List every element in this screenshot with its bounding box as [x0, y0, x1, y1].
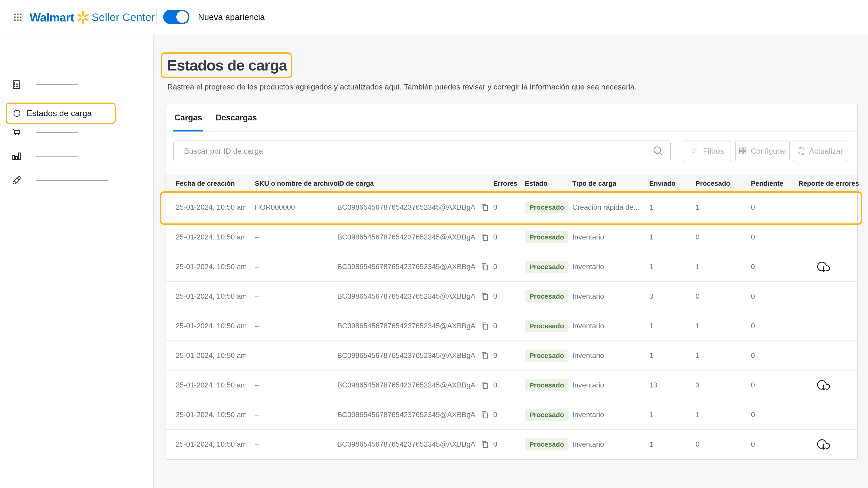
cell-pendiente: 0	[751, 203, 798, 212]
status-badge: Procesado	[525, 320, 568, 332]
configure-button-label: Configurar	[751, 147, 786, 156]
cell-id: BC09865456787654237652345@AXBBgA	[337, 439, 493, 450]
cell-errores: 0	[493, 263, 525, 271]
table-row[interactable]: 25-01-2024, 10:50 am -- BC09865456787654…	[165, 281, 857, 311]
cell-fecha: 25-01-2024, 10:50 am	[176, 292, 255, 300]
cell-id: BC09865456787654237652345@AXBBgA	[337, 262, 493, 272]
table-body: 25-01-2024, 10:50 am HOR000000 BC0986545…	[165, 193, 857, 459]
cell-tipo: Inventario	[572, 381, 649, 389]
table-row[interactable]: 25-01-2024, 10:50 am -- BC09865456787654…	[165, 222, 857, 252]
seller-center-wordmark: Seller Center	[92, 11, 155, 24]
cell-estado: Procesado	[525, 231, 572, 243]
sidebar-item-estados-de-carga[interactable]: Estados de carga	[6, 103, 116, 124]
cell-errores: 0	[493, 381, 525, 389]
cell-id: BC09865456787654237652345@AXBBgA	[337, 380, 493, 390]
copy-icon[interactable]	[480, 202, 489, 213]
tab-cargas[interactable]: Cargas	[174, 104, 203, 131]
cell-id: BC09865456787654237652345@AXBBgA	[337, 410, 493, 420]
download-report-icon[interactable]	[816, 260, 831, 273]
topbar: Walmart Seller Center Nueva apariencia	[0, 0, 868, 35]
status-badge: Procesado	[525, 201, 568, 214]
status-badge: Procesado	[525, 438, 568, 451]
walmart-wordmark: Walmart	[30, 11, 74, 24]
download-report-icon[interactable]	[816, 438, 831, 451]
upload-id: BC09865456787654237652345@AXBBgA	[337, 292, 475, 300]
copy-icon[interactable]	[480, 321, 489, 331]
sidebar-item-skeleton-1[interactable]	[0, 79, 153, 90]
refresh-button[interactable]: Actualizar	[793, 140, 847, 161]
cell-sku: --	[255, 292, 337, 300]
copy-icon[interactable]	[480, 380, 489, 390]
upload-id: BC09865456787654237652345@AXBBgA	[337, 322, 475, 330]
sidebar-item-skeleton-2[interactable]	[0, 127, 153, 138]
copy-icon[interactable]	[480, 410, 489, 420]
filter-icon	[691, 147, 700, 155]
column-header: Errores	[493, 180, 525, 187]
cell-enviado: 1	[649, 322, 695, 330]
cell-enviado: 1	[649, 233, 695, 241]
download-report-icon[interactable]	[816, 379, 831, 392]
cell-estado: Procesado	[525, 201, 572, 214]
cell-pendiente: 0	[751, 381, 798, 389]
cell-reporte	[798, 320, 857, 332]
shopping-cart-icon	[11, 127, 22, 138]
new-look-toggle[interactable]	[163, 10, 189, 24]
cell-reporte	[798, 201, 857, 214]
cell-errores: 0	[493, 440, 525, 449]
search-input[interactable]: Buscar por ID de carga	[174, 140, 671, 161]
cell-sku: --	[255, 381, 337, 389]
status-badge: Procesado	[525, 231, 568, 243]
table-row[interactable]: 25-01-2024, 10:50 am -- BC09865456787654…	[165, 340, 857, 370]
table-row[interactable]: 25-01-2024, 10:50 am -- BC09865456787654…	[165, 311, 857, 340]
cell-tipo: Inventario	[572, 322, 649, 330]
upload-id: BC09865456787654237652345@AXBBgA	[337, 203, 475, 212]
status-badge: Procesado	[525, 409, 568, 421]
cell-enviado: 1	[649, 263, 695, 271]
skeleton-line	[36, 156, 78, 157]
cell-estado: Procesado	[525, 438, 572, 451]
cell-fecha: 25-01-2024, 10:50 am	[176, 381, 255, 389]
cell-reporte	[798, 260, 857, 273]
walmart-seller-center-logo: Walmart Seller Center	[30, 0, 155, 35]
upload-id: BC09865456787654237652345@AXBBgA	[337, 351, 475, 360]
cell-id: BC09865456787654237652345@AXBBgA	[337, 291, 493, 302]
topbar-divider	[156, 9, 157, 25]
cell-tipo: Inventario	[572, 351, 649, 360]
app-launcher-icon[interactable]	[13, 13, 22, 22]
cell-sku: --	[255, 411, 337, 419]
cell-estado: Procesado	[525, 409, 572, 421]
copy-icon[interactable]	[480, 439, 489, 450]
table-row[interactable]: 25-01-2024, 10:50 am -- BC09865456787654…	[165, 370, 857, 400]
cell-reporte	[798, 408, 857, 421]
cell-procesado: 0	[695, 292, 751, 300]
copy-icon[interactable]	[480, 350, 489, 361]
filters-button[interactable]: Filtros	[684, 140, 731, 161]
configure-button[interactable]: Configurar	[735, 140, 790, 161]
filters-button-label: Filtros	[703, 147, 724, 156]
copy-icon[interactable]	[480, 291, 489, 302]
cell-pendiente: 0	[751, 440, 798, 449]
skeleton-line	[36, 180, 108, 181]
refresh-button-label: Actualizar	[809, 147, 843, 156]
copy-icon[interactable]	[480, 232, 489, 242]
cell-pendiente: 0	[751, 263, 798, 271]
sidebar-item-skeleton-3[interactable]	[0, 151, 153, 161]
table-row[interactable]: 25-01-2024, 10:50 am -- BC09865456787654…	[165, 252, 857, 281]
table-row[interactable]: 25-01-2024, 10:50 am -- BC09865456787654…	[165, 400, 857, 429]
tab-descargas[interactable]: Descargas	[215, 104, 258, 131]
cell-reporte	[798, 231, 857, 244]
column-header: Pendiente	[751, 180, 798, 187]
table-row[interactable]: 25-01-2024, 10:50 am -- BC09865456787654…	[165, 429, 857, 459]
new-look-toggle-label: Nueva apariencia	[198, 0, 265, 35]
rocket-icon	[11, 175, 22, 186]
cell-tipo: Creación rápida de...	[572, 203, 649, 212]
document-list-icon	[11, 79, 22, 90]
cell-estado: Procesado	[525, 379, 572, 391]
table-row[interactable]: 25-01-2024, 10:50 am HOR000000 BC0986545…	[165, 193, 857, 222]
cell-procesado: 0	[695, 440, 751, 449]
upload-id: BC09865456787654237652345@AXBBgA	[337, 233, 475, 241]
copy-icon[interactable]	[480, 262, 489, 272]
sidebar-item-skeleton-4[interactable]	[0, 175, 153, 186]
cell-sku: --	[255, 322, 337, 330]
cell-sku: --	[255, 440, 337, 449]
